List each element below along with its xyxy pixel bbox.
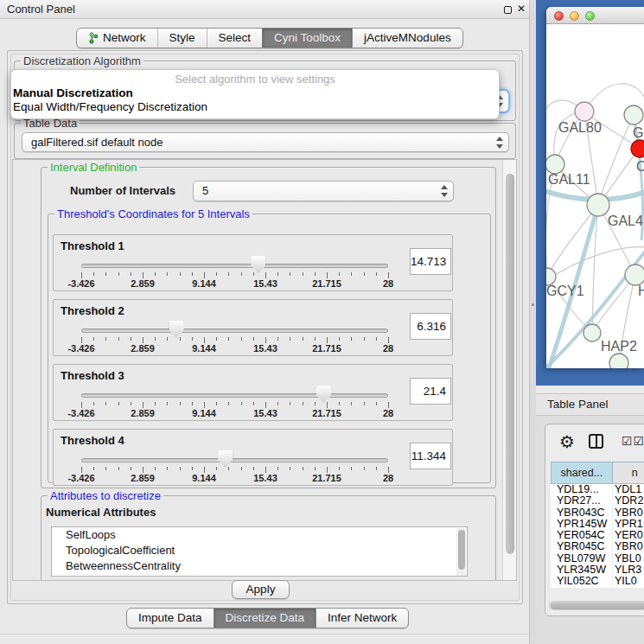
table-row[interactable]: YDR27...YDR2	[551, 495, 644, 507]
combo-arrows-icon	[440, 185, 448, 197]
zoom-traffic-light-icon[interactable]	[585, 11, 595, 21]
tick-mark	[105, 467, 106, 470]
table-cell[interactable]: YDR27...	[551, 495, 613, 507]
popup-option-manual-discretization[interactable]: Manual Discretization	[11, 86, 499, 100]
table-cell[interactable]: YDR2	[613, 495, 644, 507]
table-cell[interactable]: YPR1	[613, 519, 644, 530]
table-data-combobox[interactable]: galFiltered.sif default node	[22, 132, 509, 152]
network-node[interactable]	[575, 102, 594, 121]
tick-mark	[192, 272, 193, 276]
network-node[interactable]	[583, 324, 601, 341]
threshold-value-field[interactable]: 14.713	[410, 248, 451, 275]
attributes-list-scrollbar[interactable]	[456, 528, 466, 577]
table-cell[interactable]: YBR0	[613, 541, 644, 552]
table-row[interactable]: YLR345WYLR3	[551, 564, 644, 576]
table-cell[interactable]: YDL1	[613, 484, 644, 495]
tick-mark	[81, 467, 82, 473]
tab-jactivemnodules[interactable]: jActiveMNodules	[352, 29, 462, 48]
network-node[interactable]	[625, 265, 644, 285]
table-row[interactable]: YER054CYER0	[551, 530, 644, 541]
table-cell[interactable]: YBR0	[613, 507, 644, 519]
table-row[interactable]: YBR045CYBR0	[551, 541, 644, 552]
tab-select[interactable]: Select	[207, 29, 263, 48]
tick-label: -3.426	[67, 343, 94, 354]
table-cell[interactable]: YBL079W	[551, 553, 613, 564]
table-cell[interactable]: YDL19...	[551, 484, 613, 495]
tick-label: -3.426	[67, 408, 94, 418]
network-graph-canvas[interactable]: GAL80GCGAL11GAL4GCY1HHAP2	[546, 24, 644, 368]
table-row[interactable]: YIL052CYIL0	[551, 576, 644, 587]
tick-label: 9.144	[192, 278, 216, 289]
network-view-window[interactable]: GAL80GCGAL11GAL4GCY1HHAP2	[546, 7, 644, 368]
table-cell[interactable]: YBR043C	[551, 507, 613, 519]
column-header-name[interactable]: n	[613, 462, 644, 483]
tab-style[interactable]: Style	[157, 29, 207, 48]
network-node[interactable]	[624, 105, 643, 124]
table-cell[interactable]: YER0	[613, 530, 644, 541]
scrollbar-thumb[interactable]	[506, 174, 514, 554]
panel-splitter[interactable]	[529, 0, 536, 644]
table-horizontal-scrollbar[interactable]	[549, 601, 644, 610]
column-header-shared-name[interactable]: shared...	[552, 462, 613, 483]
numerical-attributes-list[interactable]: SelfLoopsTopologicalCoefficientBetweenne…	[51, 526, 468, 577]
tick-mark	[265, 402, 266, 408]
number-of-intervals-combobox[interactable]: 5	[193, 181, 454, 201]
scrollbar-thumb[interactable]	[458, 530, 465, 570]
apply-button[interactable]: Apply	[232, 580, 290, 599]
table-cell[interactable]: YBR045C	[551, 541, 613, 552]
tick-mark	[180, 337, 181, 341]
network-window-titlebar[interactable]	[546, 7, 644, 24]
network-node[interactable]	[587, 194, 609, 216]
threshold-value-field[interactable]: 6.316	[410, 313, 451, 340]
tab-discretize-data[interactable]: Discretize Data	[214, 609, 316, 628]
control-panel-tabs: Network Style Select Cyni Toolbox jActiv…	[76, 28, 463, 48]
float-window-icon[interactable]	[504, 6, 512, 14]
settings-vertical-scrollbar[interactable]	[502, 160, 516, 580]
table-cell[interactable]: YER054C	[551, 530, 613, 541]
network-node[interactable]	[631, 140, 644, 157]
table-panel-titlebar: Table Panel	[536, 393, 644, 416]
node-table-card: ⚙ ☑☑ shared... n YDL19...YDL1YDR27...YDR…	[545, 424, 644, 616]
table-cell[interactable]: YBL0	[613, 553, 644, 564]
node-attribute-table[interactable]: shared... n YDL19...YDL1YDR27...YDR2YBR0…	[551, 462, 644, 588]
threshold-value-field[interactable]: 21.4	[410, 378, 451, 405]
network-node[interactable]	[546, 155, 564, 174]
gear-icon[interactable]: ⚙	[559, 431, 575, 452]
tick-mark	[351, 337, 352, 341]
table-cell[interactable]: YLR3	[613, 564, 644, 576]
tab-infer-network[interactable]: Infer Network	[316, 609, 408, 628]
close-traffic-light-icon[interactable]	[554, 11, 564, 21]
attribute-list-item[interactable]: BetweennessCentrality	[52, 558, 467, 574]
attribute-list-item[interactable]: TopologicalCoefficient	[52, 543, 467, 558]
table-cell[interactable]: YPR145W	[551, 519, 613, 530]
network-edge[interactable]	[598, 115, 634, 205]
minimize-traffic-light-icon[interactable]	[570, 11, 579, 21]
tab-impute-data[interactable]: Impute Data	[127, 609, 214, 628]
tick-mark	[241, 337, 242, 341]
scrollbar-thumb[interactable]	[551, 603, 644, 609]
table-cell[interactable]: YIL052C	[551, 576, 613, 587]
tick-mark	[167, 272, 168, 276]
table-row[interactable]: YBL079WYBL0	[551, 553, 644, 564]
table-row[interactable]: YBR043CYBR0	[551, 507, 644, 519]
tab-cyni-toolbox[interactable]: Cyni Toolbox	[262, 29, 352, 48]
table-row[interactable]: YDL19...YDL1	[551, 484, 644, 495]
checkbox-icons[interactable]: ☑☑	[622, 434, 644, 448]
threshold-row: Threshold 2 -3.4262.8599.14415.4321.7152…	[53, 299, 453, 356]
table-cell[interactable]: YLR345W	[551, 564, 613, 576]
popup-option-equal-width-frequency[interactable]: Equal Width/Frequency Discretization	[11, 100, 499, 114]
threshold-value-field[interactable]: 11.344	[410, 443, 451, 469]
tick-label: 2.859	[131, 408, 155, 418]
network-node[interactable]	[609, 354, 628, 368]
network-node[interactable]	[546, 268, 556, 285]
tab-network[interactable]: Network	[77, 29, 157, 48]
tick-mark	[315, 467, 316, 470]
close-icon[interactable]: ✕	[517, 3, 526, 15]
network-edge[interactable]	[547, 205, 598, 277]
algorithm-dropdown-popup: Select algorithm to view settings Manual…	[10, 69, 500, 119]
tick-mark	[376, 467, 377, 470]
table-cell[interactable]: YIL0	[613, 576, 644, 587]
table-row[interactable]: YPR145WYPR1	[551, 519, 644, 530]
attribute-list-item[interactable]: SelfLoops	[52, 527, 467, 543]
columns-icon[interactable]	[589, 434, 603, 449]
